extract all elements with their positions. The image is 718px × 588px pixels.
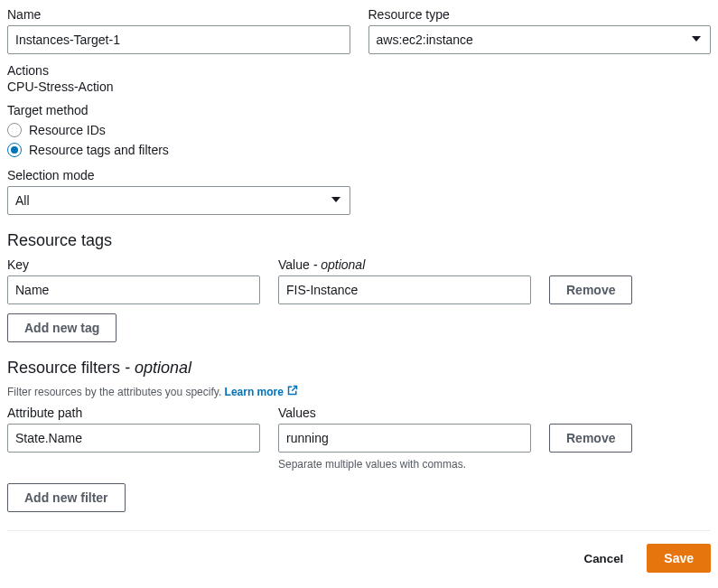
name-label: Name: [7, 7, 350, 22]
actions-label: Actions: [7, 63, 711, 78]
resource-filters-heading: Resource filters - optional: [7, 359, 711, 378]
remove-filter-button[interactable]: Remove: [549, 424, 632, 453]
resource-type-label: Resource type: [368, 7, 712, 22]
radio-label-resource-ids: Resource IDs: [29, 123, 106, 137]
add-new-filter-button[interactable]: Add new filter: [7, 483, 126, 512]
selection-mode-select[interactable]: All: [7, 186, 350, 215]
resource-type-value: aws:ec2:instance: [377, 33, 473, 47]
values-label: Values: [278, 406, 531, 420]
tag-value-input[interactable]: [278, 275, 531, 304]
values-help-text: Separate multiple values with commas.: [278, 458, 531, 471]
radio-icon: [7, 123, 22, 137]
actions-value: CPU-Stress-Action: [7, 79, 711, 94]
radio-icon: [7, 143, 22, 157]
radio-tags-filters[interactable]: Resource tags and filters: [7, 143, 711, 157]
selection-mode-label: Selection mode: [7, 168, 711, 182]
values-input[interactable]: [278, 424, 531, 453]
resource-filters-description: Filter resources by the attributes you s…: [7, 385, 711, 398]
target-method-label: Target method: [7, 103, 711, 117]
add-new-tag-button[interactable]: Add new tag: [7, 313, 117, 342]
selection-mode-value: All: [15, 193, 30, 208]
attribute-path-input[interactable]: [7, 424, 260, 453]
resource-type-select[interactable]: aws:ec2:instance: [368, 25, 712, 54]
cancel-button[interactable]: Cancel: [568, 544, 640, 573]
target-method-radio-group: Resource IDs Resource tags and filters: [7, 123, 711, 157]
tag-key-label: Key: [7, 257, 260, 272]
footer-actions: Cancel Save: [7, 530, 711, 573]
remove-tag-button[interactable]: Remove: [549, 275, 632, 304]
attribute-path-label: Attribute path: [7, 406, 260, 420]
name-input[interactable]: [7, 25, 350, 54]
external-link-icon: [287, 385, 298, 398]
radio-resource-ids[interactable]: Resource IDs: [7, 123, 711, 137]
save-button[interactable]: Save: [647, 544, 711, 573]
learn-more-link[interactable]: Learn more: [225, 385, 298, 398]
tag-value-label: Value - optional: [278, 257, 531, 272]
radio-label-tags-filters: Resource tags and filters: [29, 143, 169, 157]
resource-tags-heading: Resource tags: [7, 231, 711, 250]
tag-key-input[interactable]: [7, 275, 260, 304]
